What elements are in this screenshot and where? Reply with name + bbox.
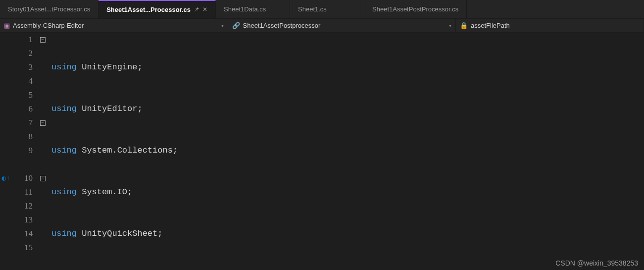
- tab-label: Sheet1AssetPostProcessor.cs: [372, 5, 458, 13]
- line-number: 9: [12, 144, 33, 158]
- tab-sheet1-processor-active[interactable]: Sheet1Asset...Processor.cs 📌︎ ✕: [99, 0, 216, 18]
- line-number: 15: [12, 241, 33, 255]
- code-area[interactable]: using UnityEngine; using UnityEditor; us…: [48, 33, 644, 270]
- chevron-down-icon[interactable]: ▾: [449, 23, 451, 28]
- line-number: 6: [12, 102, 33, 116]
- indicator-margin: ◐↑: [0, 33, 12, 270]
- nav-member-label: assetFilePath: [471, 22, 510, 29]
- tab-story01[interactable]: Story01Asset...tProcessor.cs: [0, 0, 99, 18]
- field-icon: 🔒: [460, 22, 468, 29]
- editor: ◐↑ 1 2 3 4 5 6 7 8 9 10 11 12 13 14 15 −…: [0, 33, 644, 270]
- code-line: using UnityEngine;: [48, 60, 644, 74]
- class-icon: 🔗: [232, 22, 240, 29]
- line-number: 13: [12, 213, 33, 227]
- line-number: 7: [12, 116, 33, 130]
- tab-label: Sheet1Asset...Processor.cs: [106, 6, 191, 13]
- nav-indicator-icon[interactable]: ◐↑: [2, 174, 10, 182]
- pin-icon[interactable]: 📌︎: [194, 6, 199, 13]
- line-number: 1: [12, 33, 33, 47]
- nav-project-label: Assembly-CSharp-Editor: [13, 22, 84, 29]
- tab-label: Sheet1Data.cs: [224, 5, 266, 13]
- line-number: 14: [12, 227, 33, 241]
- line-number: 5: [12, 88, 33, 102]
- nav-class-label: Sheet1AssetPostprocessor: [243, 22, 321, 29]
- fold-toggle[interactable]: −: [38, 33, 48, 47]
- code-line: using UnityEditor;: [48, 102, 644, 116]
- nav-class[interactable]: 🔗 Sheet1AssetPostprocessor ▾: [228, 19, 456, 32]
- code-line: using System.IO;: [48, 185, 644, 199]
- watermark: CSDN @weixin_39538253: [555, 259, 638, 267]
- line-number: 10: [12, 171, 33, 185]
- chevron-down-icon[interactable]: ▾: [221, 23, 224, 28]
- line-number: 2: [12, 47, 33, 60]
- line-number-gutter: 1 2 3 4 5 6 7 8 9 10 11 12 13 14 15: [12, 33, 38, 270]
- tab-label: Story01Asset...tProcessor.cs: [8, 5, 90, 13]
- code-line: using System.Collections;: [48, 144, 644, 158]
- close-icon[interactable]: ✕: [202, 6, 207, 13]
- nav-member[interactable]: 🔒 assetFilePath: [456, 19, 644, 32]
- line-number: 3: [12, 60, 33, 74]
- line-number: 12: [12, 199, 33, 213]
- fold-toggle[interactable]: −: [38, 171, 48, 185]
- tab-sheet1postprocessor[interactable]: Sheet1AssetPostProcessor.cs: [364, 0, 467, 18]
- code-line: using UnityQuickSheet;: [48, 227, 644, 241]
- tab-sheet1[interactable]: Sheet1.cs: [290, 0, 364, 18]
- fold-column: − − −: [38, 33, 48, 270]
- fold-toggle[interactable]: −: [38, 116, 48, 130]
- tab-sheet1data[interactable]: Sheet1Data.cs: [216, 0, 290, 18]
- line-number: 4: [12, 74, 33, 88]
- line-number: 11: [12, 185, 33, 199]
- nav-bar: ▣ Assembly-CSharp-Editor ▾ 🔗 Sheet1Asset…: [0, 19, 644, 33]
- nav-project[interactable]: ▣ Assembly-CSharp-Editor ▾: [0, 19, 228, 32]
- tab-label: Sheet1.cs: [298, 5, 327, 13]
- line-number: 8: [12, 130, 33, 144]
- csharp-project-icon: ▣: [4, 22, 10, 29]
- tab-bar: Story01Asset...tProcessor.cs Sheet1Asset…: [0, 0, 644, 19]
